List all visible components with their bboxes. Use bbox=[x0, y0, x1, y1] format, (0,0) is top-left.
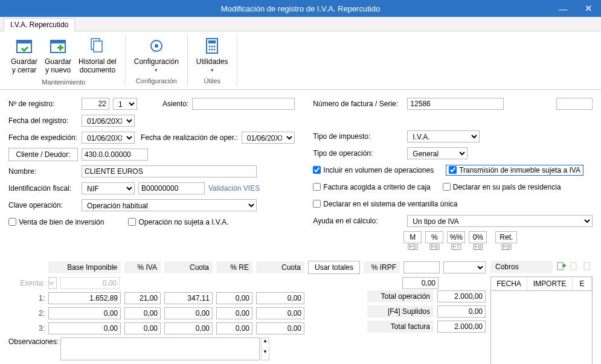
obs-scroll-down[interactable]: ▼ bbox=[262, 349, 269, 360]
save-new-button[interactable]: Guardar y nuevo bbox=[41, 35, 75, 76]
cuota2-input[interactable] bbox=[256, 322, 304, 334]
nregistro-input[interactable] bbox=[82, 98, 109, 110]
total-fact-label: Total factura bbox=[367, 321, 434, 333]
tipo-imp-select[interactable]: I.V.A. bbox=[407, 130, 480, 142]
exenta-label: Exenta: bbox=[8, 279, 45, 287]
id-fiscal-tipo-select[interactable]: NIF bbox=[82, 182, 135, 194]
tab-iva-repercutido[interactable]: I.V.A. Repercutido bbox=[4, 18, 75, 31]
save-close-button[interactable]: Guardar y cerrar bbox=[7, 35, 41, 76]
fecha-oper-label: Fecha de realización de oper.: bbox=[141, 133, 238, 142]
edit-cobro-icon[interactable] bbox=[570, 262, 579, 272]
cuota2-input[interactable] bbox=[256, 307, 304, 319]
exenta-dropdown[interactable] bbox=[48, 277, 57, 289]
clave-select[interactable]: Operación habitual bbox=[82, 199, 257, 211]
tipo-op-select[interactable]: General bbox=[407, 147, 468, 159]
col-irpf: % IRPF bbox=[364, 261, 400, 273]
titlebar: Modificación de registro de I.V.A. Reper… bbox=[0, 0, 601, 17]
documents-icon bbox=[88, 36, 107, 56]
id-fiscal-num-input[interactable] bbox=[138, 182, 205, 194]
base-input[interactable] bbox=[48, 292, 121, 304]
delete-cobro-icon[interactable] bbox=[583, 262, 593, 272]
nombre-input[interactable] bbox=[82, 165, 257, 177]
total-op-label: Total operación bbox=[367, 290, 434, 302]
re-input[interactable] bbox=[216, 322, 252, 334]
f6-hint: [F6] bbox=[429, 243, 440, 250]
fecha-reg-input[interactable]: 01/06/20XX bbox=[82, 115, 135, 127]
declarar-pais-checkbox[interactable]: Declarar en su país de residencia bbox=[443, 183, 561, 191]
zero-pct-button[interactable]: 0% bbox=[469, 231, 487, 243]
form-right: Número de factura / Serie: Tipo de impue… bbox=[313, 97, 593, 254]
re-input[interactable] bbox=[216, 307, 252, 319]
num-fact-input[interactable] bbox=[407, 98, 504, 110]
re-input[interactable] bbox=[216, 292, 252, 304]
base-input[interactable] bbox=[48, 322, 121, 334]
cuota-input[interactable] bbox=[164, 322, 213, 334]
irpf-select[interactable] bbox=[443, 261, 486, 273]
col-re: % RE bbox=[216, 261, 252, 273]
cobros-col-fecha: FECHA bbox=[491, 277, 527, 290]
add-cobro-icon[interactable] bbox=[556, 262, 566, 272]
ret-button[interactable]: Ret. bbox=[495, 231, 517, 243]
config-button[interactable]: Configuración ▾ bbox=[130, 35, 182, 75]
suplidos-value[interactable] bbox=[437, 305, 486, 318]
calendar-new-icon bbox=[48, 36, 68, 56]
total-fact-value[interactable] bbox=[437, 321, 486, 333]
iva-input[interactable] bbox=[124, 292, 161, 304]
svg-rect-16 bbox=[558, 263, 563, 270]
close-button[interactable]: ✕ bbox=[576, 0, 601, 17]
base-input[interactable] bbox=[48, 307, 121, 319]
criterio-caja-checkbox[interactable]: Factura acogida a criterio de caja bbox=[313, 183, 430, 191]
totals: Total operación [F4] Suplidos Total fact… bbox=[365, 290, 486, 362]
usar-totales-button[interactable]: Usar totales bbox=[308, 261, 360, 274]
asiento-input[interactable] bbox=[192, 98, 295, 110]
nregistro-sub-select[interactable]: 1 bbox=[113, 98, 137, 110]
irpf-input[interactable] bbox=[403, 261, 440, 273]
calendar-save-icon bbox=[14, 36, 34, 56]
total-op-value[interactable] bbox=[437, 290, 486, 302]
tipo-op-label: Tipo de operación: bbox=[313, 149, 403, 158]
pctpct-button[interactable]: %% bbox=[447, 231, 465, 243]
fecha-exp-input[interactable]: 01/06/20XX bbox=[82, 132, 135, 144]
minimize-button[interactable]: — bbox=[550, 0, 576, 17]
ayuda-label: Ayuda en el cálculo: bbox=[313, 217, 403, 225]
ayuda-select[interactable]: Un tipo de IVA bbox=[407, 215, 593, 227]
m-button[interactable]: M bbox=[403, 231, 422, 243]
id-fiscal-label: Identificación fiscal: bbox=[8, 184, 78, 193]
history-button[interactable]: Historial del documento bbox=[75, 35, 120, 76]
f5-hint: [F5] bbox=[408, 243, 418, 250]
iva-input[interactable] bbox=[124, 322, 161, 334]
transm-checkbox[interactable]: Transmisión de inmueble sujeta a IVA bbox=[446, 165, 583, 176]
observaciones-input[interactable] bbox=[60, 337, 260, 360]
pct-button[interactable]: % bbox=[425, 231, 443, 243]
irpf-amount[interactable] bbox=[402, 277, 439, 289]
chevron-down-icon: ▾ bbox=[211, 67, 214, 74]
vies-link[interactable]: Validación VIES bbox=[208, 184, 260, 193]
clave-label: Clave operación: bbox=[8, 201, 78, 209]
ventanilla-checkbox[interactable]: Declarar en el sistema de ventanilla úni… bbox=[313, 200, 457, 208]
svg-point-11 bbox=[211, 46, 213, 48]
cuota-input[interactable] bbox=[164, 307, 213, 319]
cliente-input[interactable] bbox=[82, 148, 148, 161]
venta-bien-checkbox[interactable]: Venta de bien de inversión bbox=[8, 218, 104, 226]
cliente-button[interactable]: Cliente / Deudor: bbox=[8, 148, 78, 161]
suplidos-label: [F4] Suplidos bbox=[367, 305, 434, 318]
svg-point-12 bbox=[214, 46, 216, 48]
cobros-title: Cobros bbox=[490, 261, 553, 273]
cuota2-input[interactable] bbox=[256, 292, 304, 304]
cuota-input[interactable] bbox=[164, 292, 213, 304]
exenta-base[interactable] bbox=[60, 277, 120, 289]
incluir-vol-checkbox[interactable]: Incluir en volumen de operaciones bbox=[313, 166, 434, 174]
iva-input[interactable] bbox=[124, 307, 161, 319]
nregistro-label: Nº de registro: bbox=[8, 100, 78, 108]
obs-scroll-up[interactable]: ▲ bbox=[262, 338, 269, 349]
fecha-reg-label: Fecha del registro: bbox=[8, 117, 78, 125]
op-no-sujeta-checkbox[interactable]: Operación no sujeta a I.V.A. bbox=[128, 218, 228, 226]
svg-point-15 bbox=[214, 49, 216, 51]
svg-rect-17 bbox=[571, 263, 576, 270]
serie-input[interactable] bbox=[556, 98, 593, 110]
ribbon-group-config: Configuración bbox=[136, 77, 177, 85]
fecha-oper-input[interactable]: 01/06/20XX bbox=[242, 132, 295, 144]
row-label: 3: bbox=[8, 324, 45, 333]
cobros-table[interactable]: FECHA IMPORTE E bbox=[490, 276, 593, 364]
utilities-button[interactable]: Utilidades ▾ bbox=[193, 35, 232, 75]
